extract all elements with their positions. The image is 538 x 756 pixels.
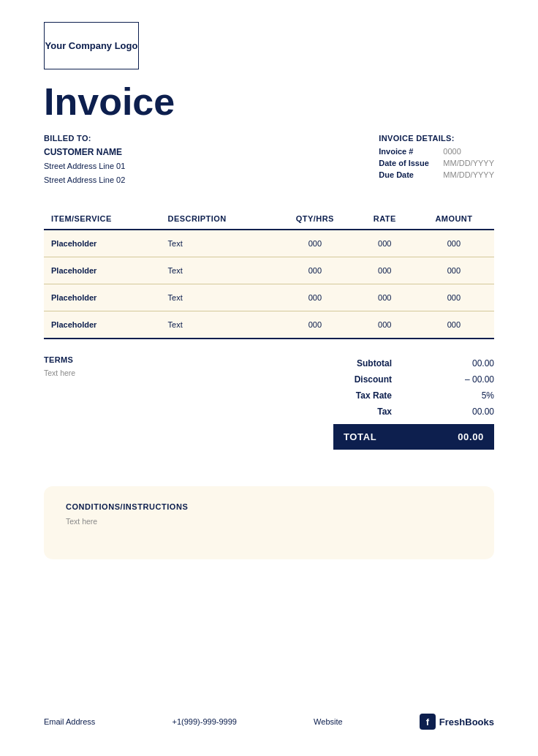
total-value: 00.00 [458, 431, 484, 442]
conditions-text: Text here [66, 517, 472, 526]
conditions-label: CONDITIONS/INSTRUCTIONS [66, 502, 472, 511]
footer-email: Email Address [44, 717, 95, 726]
td-qty-0: 000 [274, 230, 356, 257]
conditions-box: CONDITIONS/INSTRUCTIONS Text here [44, 486, 494, 559]
col-item: ITEM/SERVICE [44, 208, 161, 230]
invoice-number-key: Invoice # [379, 147, 437, 156]
taxrate-row: Tax Rate 5% [333, 388, 494, 404]
subtotal-row: Subtotal 00.00 [333, 355, 494, 371]
tax-label: Tax [333, 407, 392, 417]
total-bar: TOTAL 00.00 [333, 424, 494, 450]
date-of-issue-val: MM/DD/YYYY [443, 159, 494, 167]
td-qty-3: 000 [274, 311, 356, 339]
taxrate-value: 5% [450, 390, 494, 401]
terms-text: Text here [44, 368, 311, 377]
freshbooks-icon: f [420, 714, 436, 730]
td-item-3: Placeholder [44, 311, 161, 339]
td-desc-1: Text [161, 257, 274, 284]
total-label: TOTAL [344, 431, 376, 442]
terms-label: TERMS [44, 355, 311, 364]
td-desc-3: Text [161, 311, 274, 339]
footer: Email Address +1(999)-999-9999 Website f… [44, 693, 494, 734]
footer-website: Website [314, 717, 343, 726]
bottom-section: TERMS Text here Subtotal 00.00 Discount … [44, 348, 494, 450]
tax-value: 00.00 [450, 407, 494, 417]
date-of-issue-row: Date of Issue MM/DD/YYYY [379, 159, 494, 167]
terms-section: TERMS Text here [44, 355, 333, 450]
invoice-number-val: 0000 [443, 147, 461, 156]
td-amount-2: 000 [414, 284, 494, 311]
invoice-details-section: INVOICE DETAILS: Invoice # 0000 Date of … [379, 134, 494, 186]
customer-name: CUSTOMER NAME [44, 147, 125, 157]
td-desc-0: Text [161, 230, 274, 257]
table-row: Placeholder Text 000 000 000 [44, 230, 494, 257]
td-amount-3: 000 [414, 311, 494, 339]
td-item-1: Placeholder [44, 257, 161, 284]
invoice-title: Invoice [44, 83, 494, 121]
due-date-row: Due Date MM/DD/YYYY [379, 170, 494, 179]
td-amount-0: 000 [414, 230, 494, 257]
td-rate-0: 000 [356, 230, 414, 257]
address-line-1: Street Address Line 01 [44, 159, 125, 173]
subtotal-label: Subtotal [333, 358, 392, 368]
discount-value: – 00.00 [450, 374, 494, 385]
footer-phone: +1(999)-999-9999 [173, 717, 237, 726]
billed-to-label: BILLED TO: [44, 134, 125, 143]
col-rate: RATE [356, 208, 414, 230]
billing-details-row: BILLED TO: CUSTOMER NAME Street Address … [44, 134, 494, 186]
table-row: Placeholder Text 000 000 000 [44, 311, 494, 339]
logo-text: Your Company Logo [45, 40, 138, 51]
items-table: ITEM/SERVICE DESCRIPTION QTY/HRS RATE AM… [44, 208, 494, 339]
col-amount: AMOUNT [414, 208, 494, 230]
tax-row: Tax 00.00 [333, 404, 494, 420]
subtotal-value: 00.00 [450, 358, 494, 368]
td-qty-1: 000 [274, 257, 356, 284]
td-rate-2: 000 [356, 284, 414, 311]
td-qty-2: 000 [274, 284, 356, 311]
td-desc-2: Text [161, 284, 274, 311]
col-qty: QTY/HRS [274, 208, 356, 230]
billed-to-section: BILLED TO: CUSTOMER NAME Street Address … [44, 134, 125, 186]
address-line-2: Street Address Line 02 [44, 173, 125, 187]
td-amount-1: 000 [414, 257, 494, 284]
td-rate-1: 000 [356, 257, 414, 284]
td-item-2: Placeholder [44, 284, 161, 311]
discount-row: Discount – 00.00 [333, 371, 494, 388]
due-date-val: MM/DD/YYYY [443, 170, 494, 179]
totals-section: Subtotal 00.00 Discount – 00.00 Tax Rate… [333, 355, 494, 450]
invoice-number-row: Invoice # 0000 [379, 147, 494, 156]
discount-label: Discount [333, 374, 392, 385]
col-desc: DESCRIPTION [161, 208, 274, 230]
table-row: Placeholder Text 000 000 000 [44, 284, 494, 311]
date-of-issue-key: Date of Issue [379, 159, 437, 167]
td-rate-3: 000 [356, 311, 414, 339]
freshbooks-label: FreshBooks [439, 717, 494, 727]
due-date-key: Due Date [379, 170, 437, 179]
table-row: Placeholder Text 000 000 000 [44, 257, 494, 284]
freshbooks-brand: f FreshBooks [420, 714, 494, 730]
invoice-details-label: INVOICE DETAILS: [379, 134, 494, 143]
taxrate-label: Tax Rate [333, 390, 392, 401]
company-logo: Your Company Logo [44, 22, 139, 69]
td-item-0: Placeholder [44, 230, 161, 257]
